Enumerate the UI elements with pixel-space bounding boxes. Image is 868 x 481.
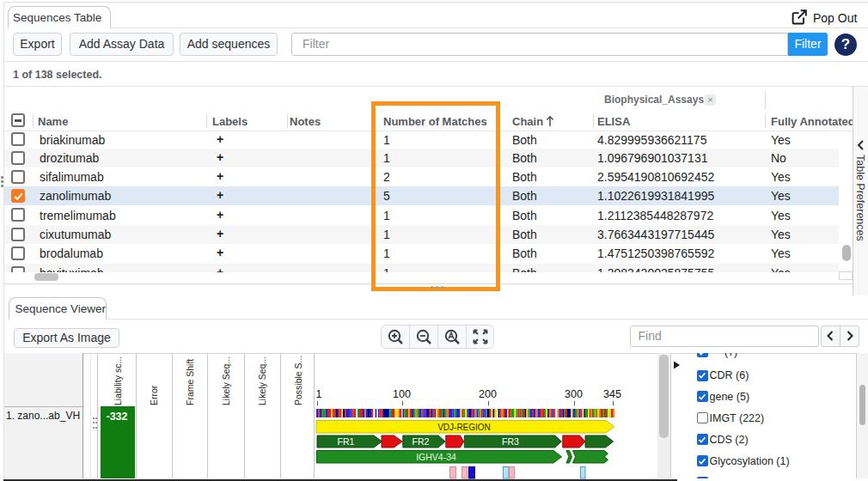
svg-text:FR3: FR3	[502, 436, 519, 447]
svg-text:IGHV4-34: IGHV4-34	[416, 452, 456, 462]
svg-text:FR2: FR2	[413, 436, 430, 447]
svg-text:VDJ-REGION: VDJ-REGION	[437, 423, 491, 432]
svg-text:FR1: FR1	[338, 436, 355, 447]
